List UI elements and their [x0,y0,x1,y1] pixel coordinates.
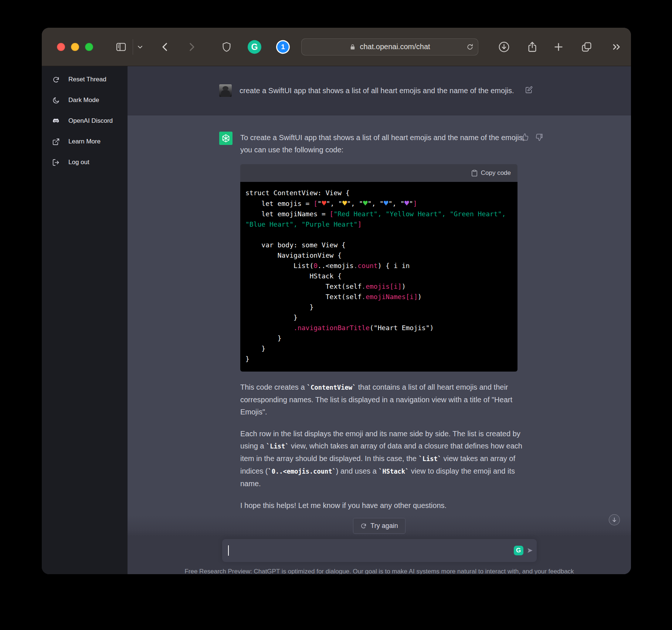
try-again-button[interactable]: Try again [353,518,405,534]
grammarly-badge-icon[interactable]: G [514,546,523,555]
sidebar-item-label: Learn More [68,138,101,145]
sidebar-toggle-icon[interactable] [115,41,127,52]
code-line: } [245,302,512,312]
privacy-shield-icon[interactable] [221,41,232,52]
sidebar: Reset ThreadDark ModeOpenAI DiscordLearn… [42,66,128,574]
openai-logo-icon [221,133,231,143]
code-line: .navigationBarTitle("Heart Emojis") [245,323,512,333]
more-toolbar-items-icon[interactable] [611,41,622,53]
composer-area: G Free Research Preview: ChatGPT is opti… [128,536,631,574]
sidebar-item-log-out[interactable]: Log out [42,152,128,173]
disclaimer-text: Free Research Preview: ChatGPT is optimi… [181,567,577,574]
code-line: } [245,354,512,364]
code-line: let emojis = ["♥", "♥", "♥", "♥", "♥"] [245,198,512,209]
code-line: var body: some View { [245,240,512,250]
thumbs-down-icon[interactable] [535,133,543,141]
share-button[interactable] [526,41,538,53]
close-window-button[interactable] [57,43,65,51]
logout-icon [52,158,60,166]
onepassword-extension-icon[interactable]: 1 [276,40,290,54]
sidebar-item-openai-discord[interactable]: OpenAI Discord [42,111,128,131]
chevron-down-icon[interactable] [136,43,144,51]
url-bar[interactable]: chat.openai.com/chat [301,38,478,55]
reset-icon [52,75,60,84]
thumbs-up-icon[interactable] [521,133,529,141]
zoom-window-button[interactable] [85,43,93,51]
gradient-zone: Try again [128,515,631,536]
assistant-paragraphs: This code creates a `ContentView` that c… [240,381,532,512]
heart-glyph: ♥ [404,199,409,208]
lock-icon [349,44,356,50]
assistant-intro: To create a SwiftUI app that shows a lis… [240,132,532,156]
reload-icon[interactable] [466,43,474,51]
downloads-button[interactable] [498,41,510,53]
heart-glyph: ♥ [384,199,388,208]
assistant-paragraph: This code creates a `ContentView` that c… [240,381,532,418]
browser-window: G 1 chat.openai.com/chat [42,28,631,574]
code-line: List(0..<emojis.count) { i in [245,261,512,271]
sidebar-item-label: Log out [68,159,89,166]
code-line: } [245,343,512,354]
grammarly-extension-icon[interactable]: G [248,40,261,54]
code-line: Text(self.emojis[i]) [245,281,512,292]
heart-glyph: ♥ [363,199,368,208]
assistant-paragraph: I hope this helps! Let me know if you ha… [240,499,532,512]
code-line: NavigationView { [245,250,512,261]
minimize-window-button[interactable] [71,43,79,51]
code-block-header: Copy code [240,164,517,182]
browser-toolbar: G 1 chat.openai.com/chat [42,28,631,66]
sidebar-item-learn-more[interactable]: Learn More [42,131,128,152]
edit-message-icon[interactable] [525,86,533,96]
user-message-text: create a SwiftUI app that shows a list o… [240,87,514,95]
user-avatar [219,84,232,97]
external-link-icon [52,138,60,146]
code-line: Text(self.emojiNames[i]) [245,292,512,302]
chat-main: create a SwiftUI app that shows a list o… [128,66,631,574]
message-input[interactable]: G [222,539,537,562]
copy-code-button[interactable]: Copy code [481,169,511,177]
code-line: } [245,333,512,343]
tab-overview-button[interactable] [581,41,593,53]
try-again-label: Try again [370,522,398,530]
sidebar-menu: Reset ThreadDark ModeOpenAI DiscordLearn… [42,69,128,173]
toolbar-divider [133,39,133,55]
new-tab-button[interactable] [553,41,564,53]
forward-button[interactable] [186,41,197,53]
assistant-message-row: To create a SwiftUI app that shows a lis… [128,115,631,515]
code-line: HStack { [245,271,512,281]
chatgpt-avatar [219,132,233,145]
discord-icon [52,117,60,125]
code-line: } [245,312,512,323]
assistant-paragraph: Each row in the list displays the emoji … [240,428,532,490]
code-block: Copy code struct ContentView: View { let… [240,164,517,372]
url-text: chat.openai.com/chat [360,43,430,51]
code-content: struct ContentView: View { let emojis = … [240,182,517,372]
code-line [245,230,512,240]
code-line: "Blue Heart", "Purple Heart"] [245,219,512,230]
code-line: let emojiNames = ["Red Heart", "Yellow H… [245,209,512,219]
heart-glyph: ♥ [322,199,326,208]
sidebar-item-label: Reset Thread [68,76,106,83]
scroll-to-bottom-button[interactable] [609,514,620,525]
sidebar-item-label: Dark Mode [68,96,99,104]
traffic-lights [57,43,93,51]
sidebar-item-label: OpenAI Discord [68,117,113,125]
text-cursor [228,545,229,556]
sidebar-item-dark-mode[interactable]: Dark Mode [42,90,128,111]
user-message-row: create a SwiftUI app that shows a list o… [128,66,631,115]
sidebar-item-reset-thread[interactable]: Reset Thread [42,69,128,90]
heart-glyph: ♥ [342,199,347,208]
back-button[interactable] [159,41,171,53]
clipboard-icon [471,170,478,177]
moon-icon [52,96,60,104]
code-line: struct ContentView: View { [245,188,512,198]
send-message-icon[interactable] [526,547,534,554]
